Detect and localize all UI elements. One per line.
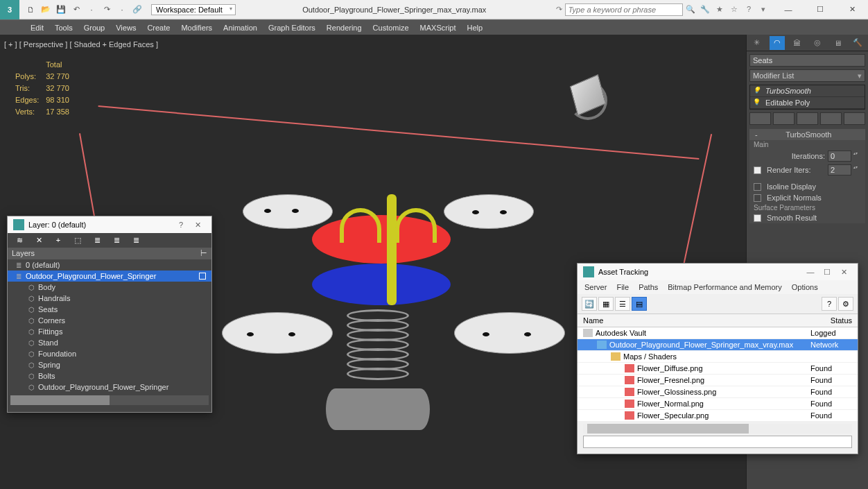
tree-view-icon[interactable]: ▦ — [598, 297, 614, 311]
asset-row[interactable]: Flower_Fresnel.pngFound — [578, 375, 858, 386]
workspace-selector[interactable]: Workspace: Default — [151, 4, 236, 15]
menu-help[interactable]: Help — [467, 24, 483, 32]
menu-modifiers[interactable]: Modifiers — [181, 24, 212, 32]
mesh-handle[interactable] — [395, 208, 437, 243]
layer-row[interactable]: ⬡Spring — [8, 359, 211, 370]
mesh-handle[interactable] — [340, 208, 381, 243]
redo-icon[interactable]: ↷ — [100, 3, 114, 17]
star-icon[interactable]: ☆ — [728, 3, 740, 16]
mesh-spring[interactable] — [347, 312, 416, 395]
modifier-stack[interactable]: TurboSmoothEditable Poly — [749, 85, 865, 110]
menu-rendering[interactable]: Rendering — [327, 24, 362, 32]
menu-views[interactable]: Views — [116, 24, 136, 32]
settings-icon[interactable]: ⚙ — [838, 297, 853, 311]
menu-tools[interactable]: Tools — [55, 24, 73, 32]
delete-layer-icon[interactable]: ✕ — [33, 236, 45, 245]
asset-row[interactable]: Maps / Shaders — [578, 351, 858, 363]
close-button[interactable]: ✕ — [835, 268, 852, 277]
mesh-body-bottom[interactable] — [312, 264, 451, 305]
hierarchy-tab-icon[interactable]: 🏛 — [790, 36, 805, 50]
help-button[interactable]: ? — [173, 221, 189, 229]
freeze-icon[interactable]: ≣ — [130, 236, 142, 245]
open-icon[interactable]: 📂 — [39, 3, 53, 17]
render-iters-checkbox[interactable] — [754, 166, 761, 174]
maximize-button[interactable]: ☐ — [819, 268, 835, 277]
layer-row[interactable]: ≣Outdoor_Playground_Flower_Springer — [8, 271, 211, 282]
object-name-field[interactable]: Seats — [749, 54, 865, 67]
utilities-tab-icon[interactable]: 🔨 — [850, 36, 865, 50]
menu-edit[interactable]: Edit — [10, 24, 44, 32]
new-icon[interactable]: 🗋 — [24, 3, 37, 17]
asset-row[interactable]: Autodesk VaultLogged — [578, 327, 858, 339]
remove-icon[interactable] — [820, 112, 842, 125]
table-view-icon[interactable]: ▤ — [632, 297, 647, 311]
undo-icon[interactable]: ↶ — [69, 3, 83, 17]
mesh-pillar[interactable] — [387, 194, 397, 305]
motion-tab-icon[interactable]: ◎ — [810, 36, 825, 50]
asset-row[interactable]: Flower_Glossiness.pngFound — [578, 386, 858, 398]
render-iters-spinner[interactable]: 2 — [828, 164, 851, 175]
close-button[interactable]: ✕ — [836, 0, 868, 19]
asset-tracking-dialog[interactable]: Asset Tracking — ☐ ✕ ServerFilePathsBitm… — [577, 263, 858, 454]
create-tab-icon[interactable]: ✳ — [749, 36, 765, 50]
new-layer-icon[interactable]: ≋ — [13, 236, 26, 245]
hide-icon[interactable]: ≣ — [110, 236, 123, 245]
asset-row[interactable]: Flower_Specular.pngFound — [578, 410, 858, 422]
help-icon[interactable]: ? — [822, 297, 837, 311]
scrollbar-horizontal[interactable] — [583, 424, 852, 434]
show-end-icon[interactable] — [773, 112, 795, 125]
scrollbar-horizontal[interactable] — [10, 395, 209, 405]
menu-graph-editors[interactable]: Graph Editors — [268, 24, 315, 32]
app-logo[interactable]: 3 — [0, 0, 19, 19]
refresh-icon[interactable]: 🔄 — [582, 297, 597, 311]
asset-menu-file[interactable]: File — [616, 283, 629, 291]
layer-row[interactable]: ⬡Body — [8, 282, 211, 293]
asset-menu-server[interactable]: Server — [584, 283, 607, 291]
star-icon[interactable]: ★ — [713, 3, 726, 16]
menu-animation[interactable]: Animation — [223, 24, 257, 32]
layer-row[interactable]: ⬡Seats — [8, 304, 211, 315]
add-icon[interactable]: + — [52, 236, 64, 245]
smooth-result-checkbox[interactable] — [754, 214, 761, 222]
highlight-icon[interactable]: ≣ — [91, 236, 103, 245]
layer-row[interactable]: ⬡Outdoor_Playground_Flower_Springer — [8, 381, 211, 393]
pin-icon[interactable] — [749, 112, 771, 125]
maximize-button[interactable]: ☐ — [804, 0, 836, 19]
layer-dialog[interactable]: Layer: 0 (default) ? ✕ ≋ ✕ + ⬚ ≣ ≣ ≣ Lay… — [7, 216, 212, 413]
dropdown-icon[interactable]: ▾ — [757, 3, 770, 16]
layer-row[interactable]: ≣0 (default) — [8, 259, 211, 271]
list-view-icon[interactable]: ☰ — [615, 297, 630, 311]
layer-row[interactable]: ⬡Stand — [8, 337, 211, 348]
modifier-list-dropdown[interactable]: Modifier List — [749, 69, 865, 82]
help-icon[interactable]: ? — [743, 3, 755, 15]
display-tab-icon[interactable]: 🖥 — [830, 36, 845, 50]
asset-menu-bitmap[interactable]: Bitmap Performance and Memory — [668, 283, 781, 291]
layer-row[interactable]: ⬡Fittings — [8, 326, 211, 337]
explicit-normals-checkbox[interactable] — [754, 194, 761, 202]
save-icon[interactable]: 💾 — [54, 3, 68, 17]
modifier-editable-poly[interactable]: Editable Poly — [750, 97, 865, 109]
link-icon[interactable]: 🔗 — [130, 3, 144, 17]
layer-row[interactable]: ⬡Corners — [8, 315, 211, 326]
asset-menu-paths[interactable]: Paths — [639, 283, 658, 291]
rollout-header[interactable]: -TurboSmooth — [749, 129, 865, 140]
layer-row[interactable]: ⬡Bolts — [8, 370, 211, 381]
help-search-input[interactable] — [565, 3, 683, 16]
close-button[interactable]: ✕ — [189, 221, 206, 230]
modify-tab-icon[interactable]: ◠ — [770, 36, 785, 50]
layer-row[interactable]: ⬡Foundation — [8, 348, 211, 359]
asset-search-input[interactable] — [583, 436, 852, 448]
menu-maxscript[interactable]: MAXScript — [420, 24, 456, 32]
asset-row[interactable]: Flower_Normal.pngFound — [578, 398, 858, 410]
menu-create[interactable]: Create — [147, 24, 170, 32]
select-icon[interactable]: ⬚ — [71, 236, 84, 245]
menu-group[interactable]: Group — [84, 24, 105, 32]
isoline-checkbox[interactable] — [754, 183, 761, 191]
search-icon[interactable]: 🔍 — [684, 3, 697, 16]
viewcube[interactable] — [567, 80, 609, 121]
unique-icon[interactable] — [797, 112, 818, 125]
menu-customize[interactable]: Customize — [373, 24, 409, 32]
redo-icon[interactable]: ↷ — [556, 5, 562, 14]
configure-icon[interactable] — [844, 112, 865, 125]
tool-icon[interactable]: 🔧 — [699, 3, 711, 16]
